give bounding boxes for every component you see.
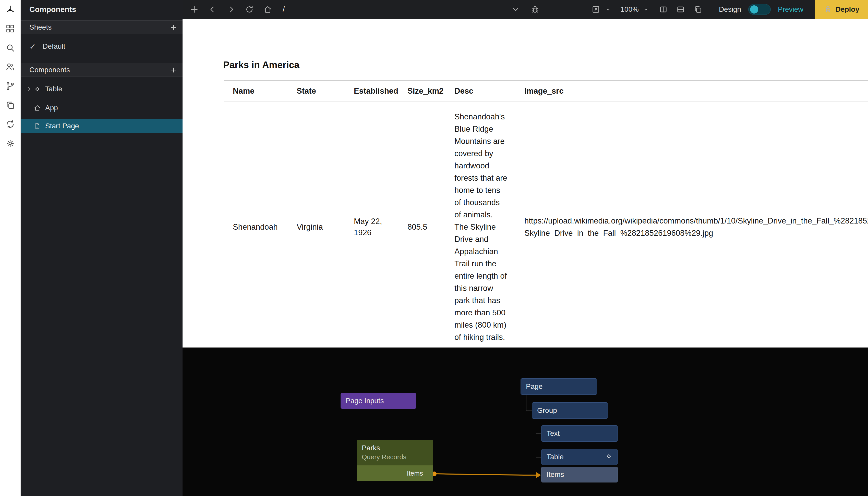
query-node-title: Parks — [362, 444, 380, 452]
table-header-row: Name State Established Size_km2 Desc Ima… — [224, 80, 868, 102]
column-header-state[interactable]: State — [288, 87, 345, 96]
sync-icon[interactable] — [5, 119, 16, 129]
toggle-knob — [750, 5, 758, 14]
check-icon: ✓ — [29, 42, 37, 51]
data-connection-edge — [436, 474, 536, 475]
component-item-app[interactable]: App — [21, 101, 183, 114]
sheet-item-label: Default — [43, 42, 65, 50]
app-logo-icon[interactable] — [5, 4, 16, 15]
copy-icon[interactable] — [5, 100, 16, 110]
cell-state: Virginia — [288, 222, 345, 232]
table-component-icon — [34, 86, 41, 93]
column-header-desc[interactable]: Desc — [446, 87, 516, 96]
graph-node-group[interactable]: Group — [532, 402, 608, 419]
design-mode-label: Design — [719, 5, 741, 14]
users-icon[interactable] — [5, 62, 16, 72]
cell-desc: Shenandoah's Blue Ridge Mountains are co… — [446, 102, 516, 347]
git-branch-icon[interactable] — [5, 81, 16, 91]
zoom-control[interactable]: 100% — [620, 4, 651, 15]
grid-icon[interactable] — [5, 23, 16, 34]
component-item-label: Start Page — [45, 122, 79, 130]
column-header-size-km2[interactable]: Size_km2 — [399, 87, 446, 96]
diamond-icon — [605, 453, 612, 462]
image-src-line-1: https://upload.wikimedia.org/wikipedia/c… — [524, 215, 868, 227]
refresh-button[interactable] — [244, 4, 255, 15]
add-sheet-button[interactable]: + — [171, 22, 177, 32]
graph-node-parks-query[interactable]: Parks Query Records — [357, 440, 433, 465]
column-header-established[interactable]: Established — [345, 87, 399, 96]
app-canvas[interactable]: Parks in America Name State Established … — [183, 19, 868, 347]
search-icon[interactable] — [5, 42, 16, 53]
graph-node-page[interactable]: Page — [520, 378, 597, 395]
runnables-graph-panel: Page Inputs Page Group Text Table Items … — [183, 347, 868, 496]
column-header-name[interactable]: Name — [224, 87, 288, 96]
debug-runs-button[interactable] — [530, 4, 540, 15]
design-preview-toggle[interactable] — [748, 4, 771, 15]
query-node-subtitle: Query Records — [362, 453, 407, 461]
cell-established: May 22, 1926 — [345, 216, 399, 238]
component-item-label: Table — [45, 85, 62, 93]
node-label: Items — [407, 469, 423, 477]
back-button[interactable] — [208, 4, 218, 15]
graph-node-text[interactable]: Text — [541, 425, 618, 441]
chevron-down-icon[interactable] — [641, 4, 651, 15]
graph-node-parks-items-output[interactable]: Items — [357, 465, 433, 481]
graph-node-table[interactable]: Table — [541, 449, 618, 465]
sidebar-title: Components — [21, 0, 183, 19]
icon-rail — [0, 0, 21, 496]
cell-image-src: https://upload.wikimedia.org/wikipedia/c… — [516, 215, 868, 239]
zoom-value: 100% — [620, 5, 639, 14]
components-section-label: Components — [29, 66, 70, 74]
chevron-right-icon[interactable] — [26, 86, 34, 92]
node-label: Page Inputs — [346, 397, 384, 405]
node-label: Group — [537, 406, 557, 415]
fit-width-icon[interactable] — [591, 4, 601, 15]
graph-node-page-inputs[interactable]: Page Inputs — [340, 393, 416, 409]
sheets-section-header: Sheets + — [21, 20, 183, 34]
app-path: / — [283, 5, 285, 14]
node-label: Page — [526, 383, 543, 391]
node-label: Items — [547, 470, 564, 479]
components-panel: Components Sheets + ✓ Default Components… — [21, 0, 183, 496]
rocket-icon — [824, 5, 832, 14]
home-icon — [34, 104, 41, 111]
node-label: Text — [547, 430, 560, 437]
component-item-table[interactable]: Table — [21, 82, 183, 96]
component-item-label: App — [45, 104, 58, 112]
sheet-item-default[interactable]: ✓ Default — [21, 40, 183, 53]
deploy-label: Deploy — [836, 5, 859, 14]
components-section-header: Components + — [21, 63, 183, 77]
forward-button[interactable] — [226, 4, 236, 15]
preview-mode-label[interactable]: Preview — [778, 5, 803, 14]
toolbar-add-button[interactable] — [189, 4, 199, 15]
deploy-button[interactable]: Deploy — [815, 0, 868, 19]
cell-name: Shenandoah — [224, 222, 288, 232]
component-item-start-page[interactable]: Start Page — [21, 119, 183, 133]
table-component[interactable]: Name State Established Size_km2 Desc Ima… — [224, 80, 868, 347]
home-button[interactable] — [263, 4, 273, 15]
graph-edges — [183, 347, 868, 496]
file-icon — [34, 123, 41, 129]
pane-columns-button[interactable] — [658, 4, 668, 15]
collapse-panel-button[interactable] — [511, 4, 521, 15]
canvas-text-component[interactable]: Parks in America — [223, 60, 300, 71]
pane-rows-button[interactable] — [675, 4, 686, 15]
graph-node-table-items[interactable]: Items — [541, 467, 618, 482]
sheets-section-label: Sheets — [29, 23, 51, 31]
cell-size-km2: 805.5 — [399, 222, 446, 232]
add-component-button[interactable]: + — [171, 65, 177, 75]
image-src-line-2: Skyline_Drive_in_the_Fall_%2821852619608… — [524, 227, 868, 239]
edge-arrowhead — [536, 472, 541, 478]
fit-width-control[interactable] — [591, 4, 613, 15]
node-label: Table — [547, 453, 564, 461]
chevron-down-icon[interactable] — [603, 4, 613, 15]
column-header-image-src[interactable]: Image_src — [516, 87, 868, 96]
overlapping-panels-button[interactable] — [693, 4, 703, 15]
table-row[interactable]: Shenandoah Virginia May 22, 1926 805.5 S… — [224, 102, 868, 347]
gear-icon[interactable] — [5, 138, 16, 149]
toolbar: / 100% — [183, 0, 868, 19]
